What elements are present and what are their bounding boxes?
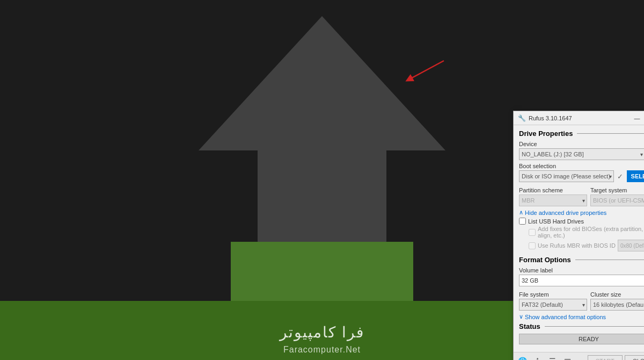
start-button[interactable]: START <box>588 355 623 360</box>
format-toggle-chevron: ∨ <box>519 313 523 320</box>
boot-selection-select[interactable]: Disk or ISO image (Please select) <box>519 170 614 182</box>
select-button[interactable]: SELECT <box>627 170 644 182</box>
status-section-divider <box>545 326 644 327</box>
bottom-toolbar: 🌐 ℹ ☰ ▦ START CLOSE <box>514 352 644 360</box>
filesystem-col: File system FAT32 (Default) <box>519 289 587 311</box>
partition-scheme-label: Partition scheme <box>519 187 587 193</box>
rufus-icon: 🔧 <box>518 114 526 122</box>
log-icon: ▦ <box>564 357 571 360</box>
title-bar: 🔧 Rufus 3.10.1647 — □ ✕ <box>514 111 644 125</box>
title-bar-left: 🔧 Rufus 3.10.1647 <box>518 114 572 122</box>
target-system-wrapper: BIOS (or UEFI-CSM) <box>590 195 644 206</box>
cluster-size-col: Cluster size 16 kilobytes (Default) <box>590 289 644 311</box>
watermark-arabic: فرا کامپیوتر <box>280 323 364 341</box>
list-usb-checkbox[interactable] <box>519 218 526 225</box>
window-title: Rufus 3.10.1647 <box>529 115 572 121</box>
use-rufus-mbr-row: Use Rufus MBR with BIOS ID 0x80 (Default… <box>519 240 644 251</box>
annotation-arrow <box>398 58 447 85</box>
dialog-body: Drive Properties Device NO_LABEL (J:) [3… <box>514 125 644 352</box>
target-system-select[interactable]: BIOS (or UEFI-CSM) <box>590 195 644 206</box>
add-fixes-row: Add fixes for old BIOSes (extra partitio… <box>519 226 644 239</box>
volume-label-label: Volume label <box>519 267 644 273</box>
partition-scheme-wrapper: MBR <box>519 195 587 206</box>
file-system-label: File system <box>519 291 587 298</box>
minimize-button[interactable]: — <box>633 114 641 123</box>
cluster-size-label: Cluster size <box>590 291 644 298</box>
action-buttons: START CLOSE <box>588 355 644 360</box>
info-icon: ℹ <box>536 357 539 360</box>
device-label: Device <box>519 141 644 147</box>
list-usb-row: List USB Hard Drives <box>519 218 644 225</box>
hide-advanced-toggle[interactable]: ∧ Hide advanced drive properties <box>519 209 644 216</box>
volume-label-input[interactable] <box>519 275 644 286</box>
show-format-toggle[interactable]: ∨ Show advanced format options <box>519 313 644 320</box>
settings-button[interactable]: ☰ <box>547 356 558 360</box>
device-row: NO_LABEL (J:) [32 GB] ⊞ <box>519 148 644 160</box>
device-select-wrapper: NO_LABEL (J:) [32 GB] <box>519 148 644 160</box>
file-system-select[interactable]: FAT32 (Default) <box>519 299 587 311</box>
add-fixes-checkbox[interactable] <box>529 229 536 236</box>
globe-button[interactable]: 🌐 <box>517 356 528 360</box>
partition-scheme-col: Partition scheme MBR <box>519 184 587 206</box>
toolbar-icons: 🌐 ℹ ☰ ▦ <box>517 356 573 360</box>
title-bar-controls: — □ ✕ <box>633 114 644 123</box>
section-divider <box>577 133 644 134</box>
status-text: READY <box>579 336 599 342</box>
status-header: Status <box>519 322 644 330</box>
status-bar: READY <box>519 334 644 344</box>
globe-icon: 🌐 <box>518 357 527 360</box>
bios-id-select[interactable]: 0x80 (Default) <box>618 240 644 251</box>
boot-selection-row: Disk or ISO image (Please select) ✓ SELE… <box>519 170 644 182</box>
cluster-size-select[interactable]: 16 kilobytes (Default) <box>590 299 644 311</box>
settings-icon: ☰ <box>549 357 556 360</box>
bios-id-wrapper: 0x80 (Default) <box>618 240 644 251</box>
format-options-header: Format Options <box>519 256 644 264</box>
close-button[interactable]: CLOSE <box>625 355 644 360</box>
device-select[interactable]: NO_LABEL (J:) [32 GB] <box>519 148 644 160</box>
boot-selection-label: Boot selection <box>519 163 644 169</box>
format-section-divider <box>575 260 644 260</box>
svg-line-5 <box>409 61 444 80</box>
filesystem-cluster-row: File system FAT32 (Default) Cluster size… <box>519 289 644 311</box>
target-system-col: Target system BIOS (or UEFI-CSM) <box>590 184 644 206</box>
partition-target-row: Partition scheme MBR Target system BIOS … <box>519 184 644 206</box>
partition-scheme-select[interactable]: MBR <box>519 195 587 206</box>
watermark-latin: Faracomputer.Net <box>283 345 361 355</box>
log-button[interactable]: ▦ <box>562 356 573 360</box>
check-icon: ✓ <box>616 170 625 182</box>
use-rufus-mbr-checkbox[interactable] <box>529 242 536 249</box>
cluster-size-wrapper: 16 kilobytes (Default) <box>590 299 644 311</box>
boot-selection-wrapper: Disk or ISO image (Please select) <box>519 170 614 182</box>
file-system-wrapper: FAT32 (Default) <box>519 299 587 311</box>
info-button[interactable]: ℹ <box>532 356 543 360</box>
drive-properties-header: Drive Properties <box>519 129 644 138</box>
toggle-chevron: ∧ <box>519 209 523 216</box>
target-system-label: Target system <box>590 187 644 193</box>
